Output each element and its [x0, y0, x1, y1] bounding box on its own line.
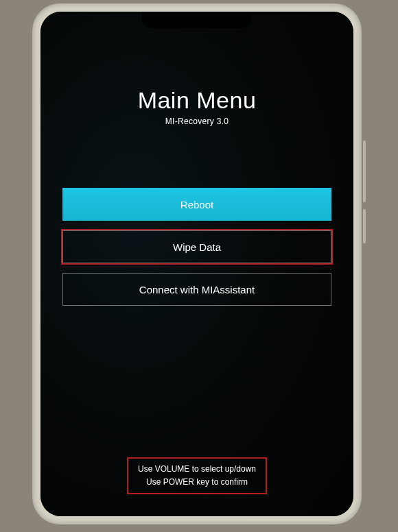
phone-bezel: Main Menu MI-Recovery 3.0 Reboot Wipe Da…	[40, 12, 353, 516]
menu-item-label: Reboot	[180, 199, 213, 210]
menu-item-reboot[interactable]: Reboot	[62, 188, 331, 221]
instruction-line-2: Use POWER key to confirm	[138, 476, 256, 489]
menu-item-label: Wipe Data	[173, 241, 221, 253]
recovery-screen: Main Menu MI-Recovery 3.0 Reboot Wipe Da…	[40, 12, 353, 516]
volume-button[interactable]	[363, 141, 366, 202]
page-subtitle: MI-Recovery 3.0	[60, 117, 334, 126]
header: Main Menu MI-Recovery 3.0	[60, 87, 334, 126]
instructions: Use VOLUME to select up/down Use POWER k…	[128, 459, 266, 493]
main-menu: Reboot Wipe Data Connect with MIAssistan…	[60, 188, 334, 306]
phone-frame: Main Menu MI-Recovery 3.0 Reboot Wipe Da…	[32, 3, 362, 524]
menu-item-wipe-data[interactable]: Wipe Data	[62, 230, 331, 263]
page-title: Main Menu	[60, 87, 334, 114]
power-button[interactable]	[363, 209, 366, 243]
menu-item-label: Connect with MIAssistant	[139, 284, 255, 295]
menu-item-miassistant[interactable]: Connect with MIAssistant	[62, 273, 331, 306]
instruction-line-1: Use VOLUME to select up/down	[138, 463, 256, 476]
display-notch	[142, 12, 252, 28]
